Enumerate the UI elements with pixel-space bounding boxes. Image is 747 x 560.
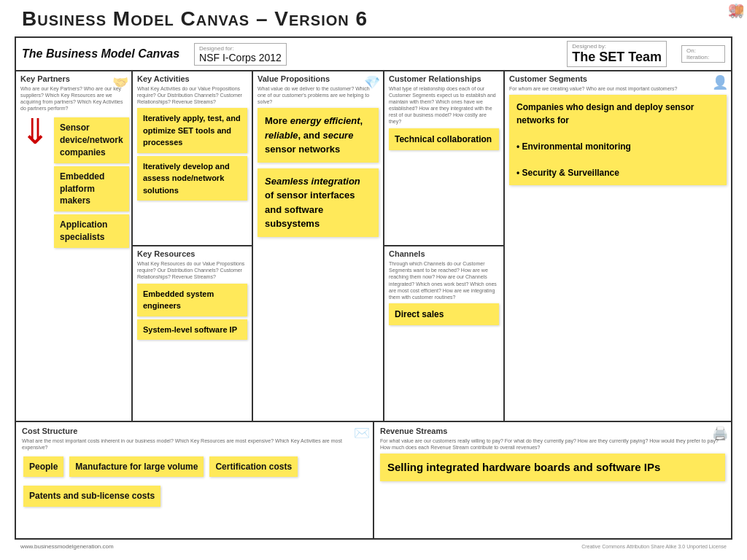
key-partners-questions: Who are our Key Partners? Who are our ke… bbox=[20, 85, 127, 112]
footer: www.businessmodelgeneration.com Creative… bbox=[15, 540, 732, 553]
cost-structure-cell: Cost Structure What are the most importa… bbox=[16, 422, 374, 539]
vp-sticky-1: More energy efficient, reliable, and sec… bbox=[258, 108, 379, 163]
designed-for-block: Designed for: NSF I-Corps 2012 bbox=[194, 43, 287, 66]
ka-sticky-1: Iteratively apply, test, and optimize SE… bbox=[137, 108, 247, 153]
on-label: On: bbox=[686, 47, 720, 54]
channels-questions: Through which Channels do our Customer S… bbox=[389, 260, 499, 300]
rs-questions: For what value are our customers really … bbox=[380, 438, 725, 451]
person-icon: 👤 bbox=[712, 74, 728, 90]
key-partners-title: Key Partners bbox=[20, 74, 127, 83]
diamond-icon: 💎 bbox=[364, 74, 380, 90]
channels-title: Channels bbox=[389, 249, 499, 258]
channels-cell: Channels Through which Channels do our C… bbox=[384, 246, 503, 420]
cost-icon: ✉️ bbox=[354, 425, 370, 441]
key-activities-cell: Key Activities What Key Activities do ou… bbox=[133, 71, 252, 246]
ch-sticky-1: Direct sales bbox=[389, 303, 499, 325]
kr-sticky-2: System-level software IP bbox=[137, 319, 247, 341]
value-propositions-cell: Value Propositions What value do we deli… bbox=[253, 71, 384, 421]
on-block: On: Iteration: bbox=[681, 45, 725, 63]
vp-questions: What value do we deliver to the customer… bbox=[258, 85, 379, 105]
customer-relationships-cell: Customer Relationships What type of rela… bbox=[384, 71, 503, 246]
cr-title: Customer Relationships bbox=[389, 74, 499, 83]
main-row: Key Partners Who are our Key Partners? W… bbox=[16, 71, 731, 422]
cr-questions: What type of relationship does each of o… bbox=[389, 85, 499, 125]
cost-sticky-4: Patents and sub-license costs bbox=[23, 486, 160, 507]
middle-left-col: Key Activities What Key Activities do ou… bbox=[133, 71, 253, 421]
handshake-icon: 🤝 bbox=[112, 74, 128, 90]
designed-by-label: Designed by: bbox=[572, 43, 662, 50]
cost-sticky-3: Certification costs bbox=[209, 456, 298, 478]
designed-by-value: The SET Team bbox=[572, 50, 662, 65]
designed-for-value: NSF I-Corps 2012 bbox=[199, 52, 282, 63]
cr-sticky-1: Technical collaboration bbox=[389, 128, 499, 150]
kp-sticky-3: Application specialists bbox=[54, 214, 129, 248]
kp-sticky-2: Embedded platform makers bbox=[54, 166, 129, 211]
key-partners-cell: Key Partners Who are our Key Partners? W… bbox=[16, 71, 133, 421]
page-title: Business Model Canvas – Version 6 bbox=[15, 7, 732, 31]
cost-questions: What are the most important costs inhere… bbox=[22, 438, 367, 451]
footer-right: Creative Commons Attribution Share Alike… bbox=[581, 544, 727, 549]
customer-segments-cell: Customer Segments For whom are we creati… bbox=[505, 71, 731, 421]
canvas-header: The Business Model Canvas Designed for: … bbox=[16, 38, 731, 71]
key-resources-questions: What Key Resources do our Value Proposit… bbox=[137, 260, 247, 280]
key-activities-questions: What Key Activities do our Value Proposi… bbox=[137, 85, 247, 105]
cost-title: Cost Structure bbox=[22, 427, 367, 435]
cash-icon: 🖨️ bbox=[712, 425, 728, 441]
page: Business Model Canvas – Version 6 The Bu… bbox=[0, 0, 747, 560]
kp-sticky-1: Sensor device/network companies bbox=[54, 117, 129, 163]
cost-sticky-1: People bbox=[23, 456, 63, 478]
canvas-body: Key Partners Who are our Key Partners? W… bbox=[16, 71, 731, 538]
vp-sticky-2: Seamless integration of sensor interface… bbox=[258, 168, 379, 237]
iteration-label: Iteration: bbox=[686, 54, 720, 61]
ka-sticky-2: Iteratively develop and assess node/netw… bbox=[137, 156, 247, 201]
rs-sticky-1: Selling integrated hardware boards and s… bbox=[380, 454, 725, 482]
key-resources-cell: Key Resources What Key Resources do our … bbox=[133, 246, 252, 420]
arrow-icon: ⇓ bbox=[20, 114, 50, 149]
vp-title: Value Propositions bbox=[258, 74, 379, 83]
footer-left: www.businessmodelgeneration.com bbox=[20, 543, 114, 550]
key-resources-title: Key Resources bbox=[137, 249, 247, 258]
rs-title: Revenue Streams bbox=[380, 427, 725, 435]
key-activities-title: Key Activities bbox=[137, 74, 247, 83]
designed-for-label: Designed for: bbox=[199, 45, 282, 52]
kr-sticky-1: Embedded system engineers bbox=[137, 284, 247, 316]
cs-title: Customer Segments bbox=[509, 74, 727, 83]
cost-sticky-2: Manufacture for large volume bbox=[69, 456, 204, 478]
cs-sticky-1: Companies who design and deploy sensor n… bbox=[509, 95, 727, 185]
middle-right-col: Customer Relationships What type of rela… bbox=[384, 71, 505, 421]
designed-by-block: Designed by: The SET Team bbox=[567, 41, 667, 67]
revenue-streams-cell: Revenue Streams For what value are our c… bbox=[374, 422, 731, 539]
cs-questions: For whom are we creating value? Who are … bbox=[509, 85, 727, 92]
bottom-row: Cost Structure What are the most importa… bbox=[16, 422, 731, 539]
canvas-wrapper: The Business Model Canvas Designed for: … bbox=[15, 36, 732, 540]
canvas-title: The Business Model Canvas bbox=[22, 47, 179, 61]
